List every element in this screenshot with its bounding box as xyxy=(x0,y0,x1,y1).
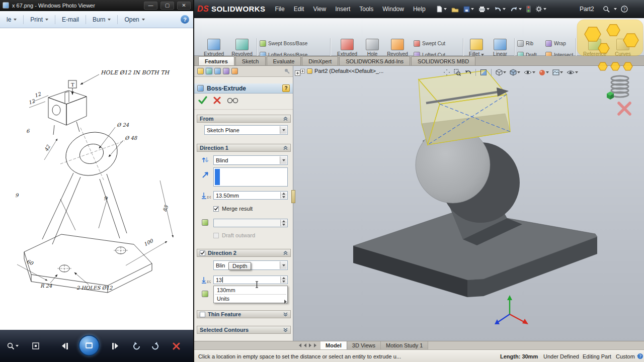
rebuild-button[interactable] xyxy=(526,6,531,13)
help-icon[interactable]: ? xyxy=(621,6,628,13)
direction2-checkbox[interactable] xyxy=(200,250,205,256)
suggest-item-units[interactable]: Units xyxy=(214,295,287,303)
view-orientation-button[interactable] xyxy=(495,68,507,76)
rib-button[interactable]: Rib xyxy=(517,38,533,48)
menu-view[interactable]: View xyxy=(308,4,331,15)
configurationmanager-tab-icon[interactable] xyxy=(214,68,221,74)
depth2-input[interactable]: 13 xyxy=(213,276,288,284)
previous-view-button[interactable] xyxy=(463,69,472,76)
section-view-button[interactable] xyxy=(479,68,488,76)
tab-solidworks-addins[interactable]: SOLIDWORKS Add-Ins xyxy=(339,56,410,65)
new-document-button[interactable] xyxy=(436,6,447,13)
apply-scene-button[interactable] xyxy=(551,69,564,76)
rotate-ccw-button[interactable] xyxy=(130,339,144,352)
help-button[interactable]: ? xyxy=(181,15,189,24)
burn-menu[interactable]: Burn xyxy=(88,14,115,26)
flyout-expand-icon[interactable] xyxy=(295,69,300,78)
menu-window[interactable]: Window xyxy=(378,4,409,15)
menu-edit[interactable]: Edit xyxy=(289,4,309,15)
open-button[interactable] xyxy=(451,6,459,13)
tab-motion-study-1[interactable]: Motion Study 1 xyxy=(381,341,428,349)
close-button[interactable]: ✕ xyxy=(177,2,191,10)
propertymanager-tab-icon[interactable] xyxy=(206,68,212,74)
selected-contours-section-header[interactable]: Selected Contours xyxy=(197,326,291,334)
view-settings-button[interactable] xyxy=(566,69,579,76)
combo-drop-button[interactable] xyxy=(280,261,287,269)
photo-canvas[interactable]: HOLE Ø12 IN BOTH TH T Ø 24 Ø 48 12 12 6 … xyxy=(0,28,193,330)
pm-help-button[interactable]: ? xyxy=(282,84,290,92)
depth1-input[interactable]: 13.50mm xyxy=(213,191,288,200)
status-help-button[interactable]: ? xyxy=(637,350,643,362)
featuremanager-tab-icon[interactable] xyxy=(197,68,204,74)
thin-feature-checkbox[interactable] xyxy=(200,312,205,317)
graphics-viewport[interactable]: Part2 (Default<<Default>_... xyxy=(293,66,644,341)
zoom-area-button[interactable] xyxy=(453,68,462,76)
feature-tree-flyout[interactable]: Part2 (Default<<Default>_... xyxy=(300,68,383,74)
displaymanager-tab-icon[interactable] xyxy=(231,68,238,74)
display-style-button[interactable] xyxy=(509,68,521,76)
tab-3d-views[interactable]: 3D Views xyxy=(347,341,381,349)
depth2-spinner[interactable] xyxy=(280,277,287,283)
direction1-reference-listbox[interactable] xyxy=(213,167,288,187)
draft-outward-checkbox[interactable] xyxy=(213,233,219,238)
search-icon[interactable] xyxy=(603,6,610,13)
suggest-item-130mm[interactable]: 130mm xyxy=(214,286,287,294)
model-3d[interactable] xyxy=(293,66,644,341)
ok-button[interactable] xyxy=(198,96,207,105)
combo-drop-button[interactable] xyxy=(280,126,287,134)
edit-appearance-button[interactable] xyxy=(538,69,550,76)
from-combobox[interactable]: Sketch Plane xyxy=(204,125,288,135)
hide-show-button[interactable] xyxy=(523,69,536,76)
print-button[interactable] xyxy=(478,6,490,13)
maximize-button[interactable]: ▢ xyxy=(160,2,174,10)
redo-button[interactable] xyxy=(510,6,522,13)
minimize-button[interactable]: — xyxy=(144,2,157,10)
print-menu[interactable]: Print xyxy=(26,14,53,26)
direction1-section-header[interactable]: Direction 1 xyxy=(197,144,291,152)
zoom-fit-button[interactable] xyxy=(442,68,451,76)
open-menu[interactable]: Open xyxy=(120,14,149,26)
solidworks-titlebar[interactable]: DS SOLIDWORKS File Edit View Insert Tool… xyxy=(194,0,644,18)
direction2-section-header[interactable]: Direction 2 xyxy=(197,249,291,257)
previous-button[interactable] xyxy=(56,339,73,353)
thin-feature-section-header[interactable]: Thin Feature xyxy=(197,310,291,318)
panel-splitter-handle[interactable] xyxy=(291,190,295,203)
draft-angle-spinner[interactable] xyxy=(280,220,287,226)
merge-result-row[interactable]: Merge result xyxy=(213,206,253,212)
menu-file[interactable]: File xyxy=(270,4,289,15)
draft-angle-input[interactable] xyxy=(213,219,288,227)
swept-cut-button[interactable]: Swept Cut xyxy=(414,38,445,48)
menu-tools[interactable]: Tools xyxy=(355,4,378,15)
tab-features[interactable]: Features xyxy=(198,56,234,65)
pin-icon[interactable] xyxy=(284,68,290,75)
photo-viewer-titlebar[interactable]: x 67.png - Windows Photo Viewer — ▢ ✕ xyxy=(0,0,193,11)
reverse-direction-icon[interactable] xyxy=(201,156,209,165)
tab-solidworks-mbd[interactable]: SOLIDWORKS MBD xyxy=(411,56,475,65)
expand-plus-icon[interactable] xyxy=(300,69,305,73)
zoom-button[interactable] xyxy=(5,340,20,352)
save-button[interactable] xyxy=(463,6,474,13)
actual-size-button[interactable] xyxy=(29,340,42,352)
swept-boss-button[interactable]: Swept Boss/Base xyxy=(260,38,307,48)
detailed-preview-button[interactable] xyxy=(227,97,239,105)
menu-insert[interactable]: Insert xyxy=(331,4,355,15)
undo-button[interactable] xyxy=(494,6,506,13)
tab-model[interactable]: Model xyxy=(320,341,347,349)
depth1-spinner[interactable] xyxy=(280,192,287,199)
tab-evaluate[interactable]: Evaluate xyxy=(267,56,301,65)
next-button[interactable] xyxy=(107,339,124,353)
file-menu[interactable]: le xyxy=(2,14,21,26)
rotate-cw-button[interactable] xyxy=(148,339,162,352)
chevron-down-icon[interactable] xyxy=(614,8,617,10)
delete-button[interactable] xyxy=(169,339,183,352)
menu-help[interactable]: Help xyxy=(409,4,430,15)
end-condition1-combobox[interactable]: Blind xyxy=(213,155,288,165)
cancel-button[interactable] xyxy=(213,97,221,105)
merge-result-checkbox[interactable] xyxy=(213,206,219,212)
wrap-button[interactable]: Wrap xyxy=(545,38,566,48)
tab-dimxpert[interactable]: DimXpert xyxy=(302,56,338,65)
options-button[interactable] xyxy=(535,6,546,13)
tab-sketch[interactable]: Sketch xyxy=(235,56,266,65)
dimxpertmanager-tab-icon[interactable] xyxy=(223,68,229,74)
units-selector[interactable]: Custom xyxy=(616,350,640,362)
